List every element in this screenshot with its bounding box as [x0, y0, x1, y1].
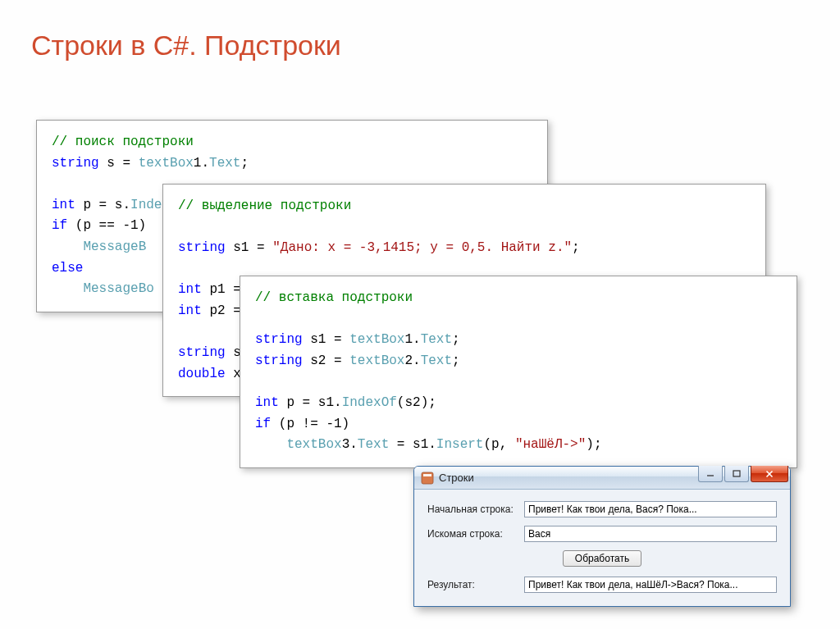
page-title: Строки в C#. Подстроки: [31, 30, 809, 62]
dialog-body: Начальная строка: Искомая строка: Обрабо…: [414, 490, 790, 606]
label-initial: Начальная строка:: [427, 504, 524, 515]
dialog-title: Строки: [439, 472, 474, 484]
code-comment: // поиск подстроки: [52, 134, 194, 149]
result-dialog: Строки Начальная строка:: [413, 466, 791, 607]
input-search[interactable]: [524, 526, 777, 542]
process-button[interactable]: Обработать: [563, 550, 641, 567]
label-result: Результат:: [427, 579, 524, 590]
dialog-titlebar[interactable]: Строки: [414, 467, 790, 490]
code-box-insert: // вставка подстроки string s1 = textBox…: [240, 276, 797, 468]
minimize-button[interactable]: [698, 466, 723, 482]
kw-string: string: [52, 156, 99, 171]
close-button[interactable]: [751, 466, 788, 482]
maximize-button[interactable]: [724, 466, 749, 482]
svg-rect-3: [733, 471, 740, 476]
label-search: Искомая строка:: [427, 528, 524, 540]
svg-rect-1: [423, 474, 431, 476]
app-icon: [421, 472, 434, 485]
code-comment: // выделение подстроки: [178, 198, 351, 213]
slide: Строки в C#. Подстроки // поиск подстрок…: [0, 0, 840, 629]
code-comment: // вставка подстроки: [255, 290, 413, 305]
input-result[interactable]: [524, 577, 777, 593]
input-initial[interactable]: [524, 501, 777, 517]
